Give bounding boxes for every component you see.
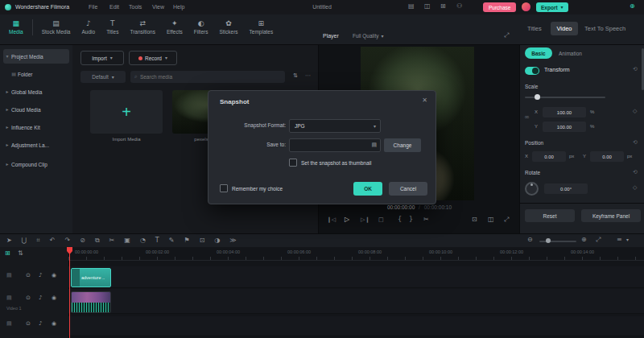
cancel-button[interactable]: Cancel <box>389 182 427 196</box>
link-scale-icon[interactable]: ∞ <box>524 114 530 121</box>
magnet-icon[interactable]: ⋃ <box>22 237 27 244</box>
transform-reset-icon[interactable]: ⟲ <box>633 67 638 72</box>
duplicate-icon[interactable]: ⧉ <box>95 237 100 244</box>
props-tab-titles[interactable]: Titles <box>527 25 542 32</box>
track-lane[interactable] <box>68 266 644 288</box>
skip-forward-icon[interactable]: ▷❙ <box>361 217 369 223</box>
reset-button[interactable]: Reset <box>525 209 575 222</box>
snapshot-format-dropdown[interactable]: JPG ▾ <box>289 119 381 133</box>
remember-checkbox[interactable] <box>220 184 228 192</box>
folder-browse-icon[interactable]: ▤ <box>371 142 377 148</box>
redo-icon[interactable]: ↷ <box>64 237 70 244</box>
marker-icon[interactable]: ⚑ <box>184 237 189 244</box>
track3-toggle-icon[interactable]: ⊙ <box>26 321 31 327</box>
split-tool-icon[interactable]: ✂ <box>109 237 115 244</box>
tab-effects[interactable]: ✦ Effects <box>161 18 188 37</box>
tab-stock-media[interactable]: ▤ Stock Media <box>36 18 76 37</box>
screen-record-icon[interactable]: ⊡ <box>200 237 205 244</box>
avatar[interactable] <box>522 2 530 11</box>
import-media-tile[interactable]: + <box>90 90 163 134</box>
save-to-input[interactable]: ▤ <box>289 138 381 152</box>
track2-mute-icon[interactable]: ♪ <box>39 295 42 301</box>
zoom-in-icon[interactable]: ⊕ <box>581 237 587 243</box>
scale-keyframe-icon[interactable]: ◇ <box>633 109 637 114</box>
playhead-line[interactable] <box>69 247 70 338</box>
zoom-slider-knob[interactable] <box>546 238 551 243</box>
scale-x-value[interactable]: 100.00 <box>543 107 586 117</box>
track2-toggle-icon[interactable]: ⊙ <box>26 295 31 301</box>
tab-titles[interactable]: T Titles <box>101 18 124 37</box>
snap-icon[interactable]: ⌗ <box>36 237 40 244</box>
fit-timeline-icon[interactable]: ⤢ <box>596 237 601 243</box>
sidebar-item-adjustment-layer[interactable]: ▸ Adjustment La... <box>3 138 69 152</box>
track3-mute-icon[interactable]: ♪ <box>39 321 42 327</box>
track2-hide-icon[interactable]: ◉ <box>52 295 56 301</box>
crop-icon[interactable]: ▣ <box>124 237 130 244</box>
tab-media[interactable]: ▦ Media <box>3 18 29 37</box>
undo-icon[interactable]: ↶ <box>50 237 56 244</box>
export-button[interactable]: Export ▾ <box>536 2 568 12</box>
rotate-reset-icon[interactable]: ⟲ <box>633 170 638 175</box>
track-lane[interactable] <box>68 316 644 336</box>
thumbnail-checkbox-row[interactable]: Set the snapshot as thumbnail <box>289 159 371 167</box>
stop-icon[interactable]: □ <box>378 217 384 223</box>
import-button[interactable]: Import ▾ <box>80 51 124 65</box>
position-reset-icon[interactable]: ⟲ <box>633 140 638 146</box>
track1-mute-icon[interactable]: ♪ <box>39 273 42 278</box>
play-icon[interactable]: ▷ <box>345 216 349 223</box>
position-x-value[interactable]: 0.00 <box>532 151 566 162</box>
menu-help[interactable]: Help <box>173 4 184 10</box>
split-icon[interactable]: ✂ <box>423 216 429 223</box>
zoom-out-icon[interactable]: ⊖ <box>527 237 533 243</box>
delete-icon[interactable]: ⊘ <box>80 237 85 244</box>
player-expand-icon[interactable]: ⤢ <box>504 32 509 39</box>
track-view-icon[interactable]: ≡ <box>617 237 622 243</box>
menu-file[interactable]: File <box>89 4 97 10</box>
add-icon[interactable]: ⊕ <box>630 3 635 10</box>
skip-back-icon[interactable]: ❙◁ <box>327 217 336 223</box>
search-input[interactable] <box>140 72 261 82</box>
change-button[interactable]: Change <box>384 138 421 152</box>
default-dropdown[interactable]: Default ▾ <box>80 71 126 83</box>
thumbnail-checkbox[interactable] <box>289 159 297 167</box>
grid-icon[interactable]: ⊞ <box>440 3 446 10</box>
scale-slider-knob[interactable] <box>535 94 540 100</box>
mark-out-icon[interactable]: } <box>409 216 413 223</box>
more-icon[interactable]: ⋯ <box>305 73 311 79</box>
track3-hide-icon[interactable]: ◉ <box>52 321 56 327</box>
rotate-keyframe-icon[interactable]: ◇ <box>633 185 637 191</box>
mark-in-icon[interactable]: { <box>398 216 402 223</box>
ok-button[interactable]: OK <box>353 182 382 196</box>
keyframe-panel-button[interactable]: Keyframe Panel <box>581 209 641 222</box>
rotate-knob[interactable] <box>525 182 539 196</box>
workspace-icon[interactable]: ▤ <box>408 3 415 10</box>
scale-y-value[interactable]: 100.00 <box>543 122 586 132</box>
sidebar-item-cloud-media[interactable]: ▸ Cloud Media <box>3 102 69 117</box>
subtab-basic[interactable]: Basic <box>525 47 552 59</box>
props-tab-video[interactable]: Video <box>551 22 578 35</box>
player-quality-dropdown[interactable]: Full Quality ▾ <box>353 33 384 39</box>
record-button[interactable]: Record ▾ <box>129 51 177 65</box>
tab-audio[interactable]: ♪ Audio <box>76 18 101 37</box>
track-lane[interactable] <box>68 289 644 314</box>
sidebar-item-compound-clip[interactable]: ▸ Compound Clip <box>3 157 69 171</box>
subtab-animation[interactable]: Animation <box>559 51 582 56</box>
pip-icon[interactable]: ◫ <box>488 216 494 223</box>
text-icon[interactable]: T <box>155 237 159 244</box>
audio-mixer-icon[interactable]: ⇅ <box>18 250 23 257</box>
sidebar-item-folder[interactable]: ▤ Folder <box>3 67 69 81</box>
tab-templates[interactable]: ⊞ Templates <box>244 18 279 37</box>
select-icon[interactable]: ➤ <box>6 237 12 244</box>
display-icon[interactable]: ◫ <box>424 3 431 10</box>
tab-transitions[interactable]: ⇄ Transitions <box>124 18 161 37</box>
search-box[interactable]: ⌕ <box>130 71 285 83</box>
manage-tracks-icon[interactable]: ⊞ <box>5 250 10 257</box>
menu-tools[interactable]: Tools <box>129 4 142 10</box>
track1-hide-icon[interactable]: ◉ <box>52 273 56 278</box>
menu-view[interactable]: View <box>152 4 164 10</box>
speed-icon[interactable]: ◔ <box>140 237 146 244</box>
zoom-slider[interactable] <box>539 241 576 242</box>
purchase-button[interactable]: Purchase <box>483 2 516 12</box>
more-tools-icon[interactable]: ≫ <box>229 237 236 244</box>
props-tab-text-to-speech[interactable]: Text To Speech <box>584 25 625 32</box>
